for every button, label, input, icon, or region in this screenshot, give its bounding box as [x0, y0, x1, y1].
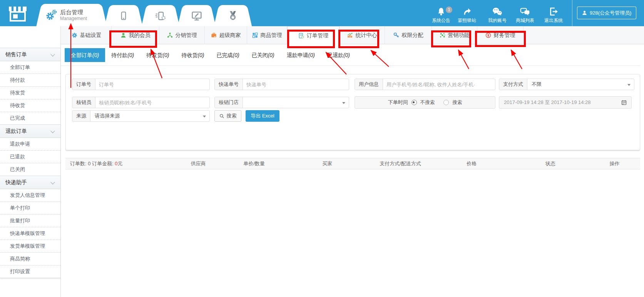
radio-no-search[interactable] — [411, 100, 417, 105]
logout-icon — [541, 5, 566, 16]
order-no-input[interactable] — [95, 79, 209, 90]
nav-item-marketing[interactable]: 营销功能 — [432, 26, 477, 44]
workspace-tab-medal[interactable] — [221, 5, 245, 26]
finance-icon — [485, 32, 491, 38]
sidebar-item-refunded[interactable]: 已退款 — [0, 151, 60, 163]
nav-item-label: 营销功能 — [448, 32, 470, 39]
orders-table-header: 订单数: 0 订单金额: 0元 供应商 单价/数量 买家 支付方式/配送方式 价… — [65, 158, 640, 169]
merchant-icon — [211, 32, 217, 38]
tab-pending-payment[interactable]: 待付款(0) — [105, 48, 140, 62]
nav-item-label: 超级商家 — [219, 32, 241, 39]
nav-item-orders[interactable]: 订单管理 — [287, 26, 340, 45]
quick-link-station[interactable]: 霖熙驿站 — [454, 5, 480, 24]
date-range-field[interactable]: 2017-09-19 14:28 至 2017-10-19 14:28 — [499, 96, 632, 109]
column-supplier: 供应商 — [173, 160, 223, 167]
sidebar-item-sender-info[interactable]: 发货人信息管理 — [0, 189, 60, 202]
sidebar-item-completed[interactable]: 已完成 — [0, 112, 60, 124]
chevron-down-icon — [50, 129, 55, 133]
store-value — [243, 97, 349, 108]
sidebar-item-closed[interactable]: 已关闭 — [0, 163, 60, 176]
chat-bubbles-icon — [512, 5, 538, 16]
order-no-label: 订单号 — [72, 79, 95, 90]
column-actions: 操作 — [589, 160, 640, 167]
quick-link-logout[interactable]: 退出系统 — [541, 5, 566, 24]
radio-search[interactable] — [443, 100, 449, 105]
order-status-tabs: 全部订单(0) 待付款(0) 待发货(0) 待收货(0) 已完成(0) 已关闭(… — [61, 44, 644, 65]
user-badge[interactable]: 928(公众号管理员) — [577, 7, 636, 19]
sidebar-item-pending-payment[interactable]: 待付款 — [0, 74, 60, 87]
sidebar-item-express-template[interactable]: 快递单模版管理 — [0, 227, 60, 240]
user-badge-label: 928(公众号管理员) — [590, 10, 631, 17]
sidebar-border — [60, 26, 61, 297]
sidebar-item-pending-receipt[interactable]: 待收货 — [0, 99, 60, 112]
sidebar-item-refund-request[interactable]: 退款申请 — [0, 138, 60, 151]
nav-item-statistics[interactable]: 统计中心 — [340, 26, 385, 44]
key-icon — [393, 32, 399, 38]
source-select[interactable]: 来源 请选择来源 — [72, 110, 210, 122]
quick-link-label: 商城列表 — [512, 17, 538, 24]
sidebar-group-refund-orders[interactable]: 退款订单 — [0, 124, 60, 138]
nav-item-label: 分销管理 — [176, 32, 197, 39]
tab-pending-receipt[interactable]: 待收货(0) — [175, 48, 210, 62]
payment-method-select[interactable]: 支付方式 不限 — [499, 79, 634, 90]
nav-item-super-merchant[interactable]: 超级商家 — [205, 26, 247, 44]
payment-method-value: 不限 — [527, 79, 634, 90]
tab-completed[interactable]: 已完成(0) — [211, 48, 246, 62]
search-icon — [219, 114, 224, 119]
workspace-tab-mobile-marketing[interactable] — [148, 5, 173, 26]
sidebar-item-pending-shipment[interactable]: 待发货 — [0, 87, 60, 99]
sidebar-item-print-settings[interactable]: 打印设置 — [0, 265, 60, 278]
sidebar-group-title: 销售订单 — [5, 51, 27, 57]
tracking-no-input[interactable] — [243, 79, 349, 90]
sidebar-item-all-orders[interactable]: 全部订单 — [0, 61, 60, 74]
tab-refunded[interactable]: 已退款(0) — [321, 48, 356, 62]
top-header: 后台管理 Management — [0, 0, 644, 26]
nav-item-finance[interactable]: 财务管理 — [477, 26, 524, 44]
workspace-tab-mobile[interactable] — [111, 5, 136, 26]
export-excel-button[interactable]: 导出 Excel — [246, 110, 279, 122]
tab-pending-shipment[interactable]: 待发货(0) — [140, 48, 175, 62]
orders-summary: 订单数: 0 订单金额: 0元 — [65, 160, 173, 167]
tab-refund-request[interactable]: 退款申请(0) — [281, 48, 321, 62]
quick-link-label: 霖熙驿站 — [454, 17, 480, 24]
order-time-label: 下单时间 — [388, 99, 408, 106]
verifier-input[interactable] — [95, 97, 209, 108]
sidebar-group-express-helper[interactable]: 快递助手 — [0, 176, 60, 189]
mobile-icon — [111, 5, 136, 26]
nav-item-permissions[interactable]: 权限分配 — [385, 26, 432, 44]
store-select[interactable]: 核销门店 — [214, 97, 349, 108]
tab-all-orders[interactable]: 全部订单(0) — [65, 48, 105, 62]
nav-item-label: 基础设置 — [80, 32, 102, 39]
workspace-tab-backend[interactable]: 后台管理 Management — [43, 4, 100, 26]
chevron-down-icon — [50, 52, 55, 56]
sidebar-item-batch-print[interactable]: 批量打印 — [0, 215, 60, 227]
caret-down-icon — [342, 102, 345, 106]
user-info-input[interactable] — [383, 79, 495, 90]
payment-method-label: 支付方式 — [499, 79, 527, 90]
workspace-tab-monitor-edit[interactable] — [184, 5, 209, 26]
nav-item-my-members[interactable]: 我的会员 — [112, 26, 159, 44]
user-icon — [582, 10, 587, 15]
gear-icon — [72, 32, 77, 38]
admin-app: 后台管理 Management — [0, 0, 644, 297]
nav-item-label: 订单管理 — [307, 32, 328, 39]
nav-item-products[interactable]: 商品管理 — [247, 26, 287, 44]
tab-closed[interactable]: 已关闭(0) — [246, 48, 281, 62]
quick-link-label: 我的账号 — [485, 17, 510, 24]
nav-item-label: 商品管理 — [261, 32, 282, 39]
quick-link-label: 退出系统 — [541, 17, 566, 24]
workspace-tab-subtitle: Management — [60, 16, 87, 22]
nav-item-basic-settings[interactable]: 基础设置 — [62, 26, 112, 44]
quick-link-mall-list[interactable]: 商城列表 — [512, 5, 538, 24]
search-panel: 订单号 快递单号 用户信息 支付方式 不限 核销员 核销门店 下单时间 — [65, 74, 640, 150]
search-button[interactable]: 搜索 — [214, 110, 241, 122]
quick-link-account[interactable]: 我的账号 — [485, 5, 510, 24]
sidebar-item-shipping-template[interactable]: 发货单模版管理 — [0, 240, 60, 253]
sidebar-item-single-print[interactable]: 单个打印 — [0, 202, 60, 215]
sidebar-group-sales-orders[interactable]: 销售订单 — [0, 48, 60, 61]
radio-search-label: 搜索 — [452, 99, 462, 106]
sidebar-group-title: 退款订单 — [5, 128, 27, 134]
forward-arrow-icon — [454, 5, 480, 16]
sidebar-item-product-abbr[interactable]: 商品简称 — [0, 253, 60, 265]
nav-item-distribution[interactable]: 分销管理 — [159, 26, 205, 44]
